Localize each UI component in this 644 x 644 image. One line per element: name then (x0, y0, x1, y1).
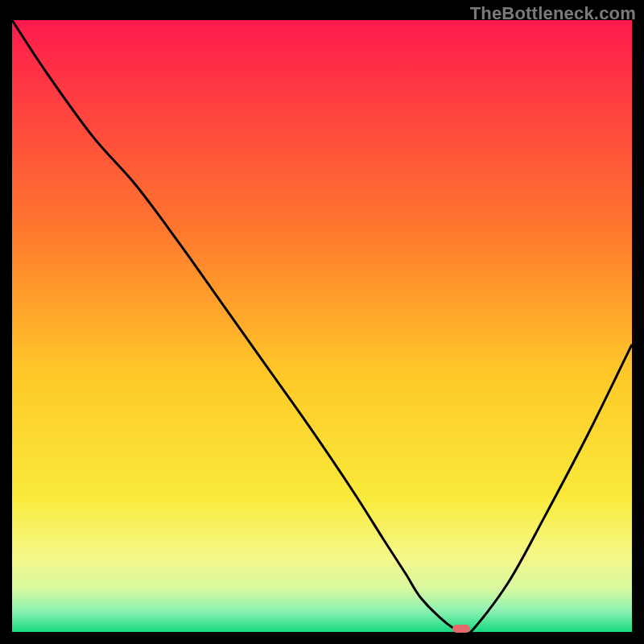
chart-stage: TheBottleneck.com (0, 0, 644, 644)
optimum-marker (452, 625, 470, 633)
plot-area (12, 20, 632, 632)
bottleneck-curve (12, 20, 632, 632)
